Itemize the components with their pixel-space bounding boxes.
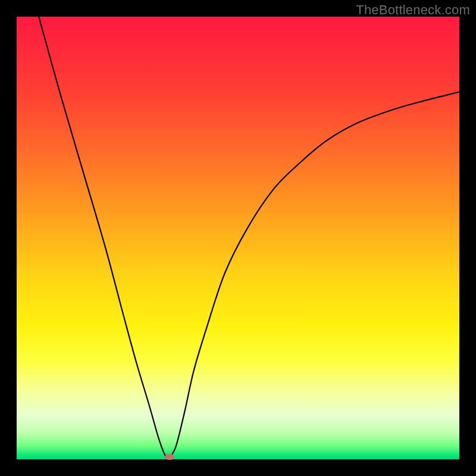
curve-svg — [17, 17, 459, 459]
optimum-marker — [165, 454, 174, 460]
watermark-text: TheBottleneck.com — [356, 2, 470, 18]
plot-area — [17, 17, 459, 459]
chart-frame: TheBottleneck.com — [0, 0, 476, 476]
bottleneck-curve — [39, 17, 459, 458]
